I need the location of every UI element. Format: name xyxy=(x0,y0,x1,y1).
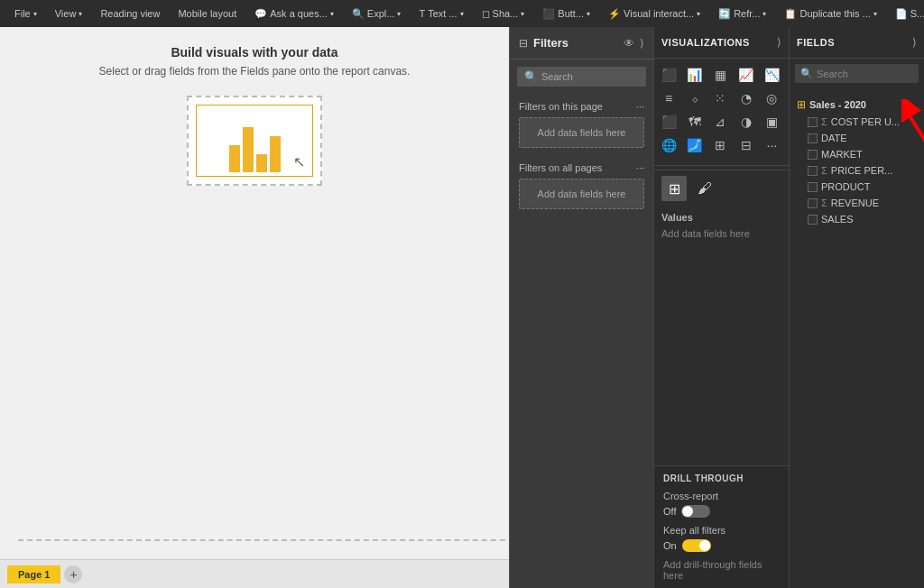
filters-search-box[interactable]: 🔍 xyxy=(517,67,646,87)
viz-100pct-bar-icon[interactable]: ▦ xyxy=(709,64,731,86)
field-item-market[interactable]: MARKET xyxy=(797,146,917,162)
keep-filters-thumb xyxy=(699,540,710,551)
menu-text[interactable]: T Text ... ▾ xyxy=(411,5,470,23)
filters-eye-icon[interactable]: 👁 xyxy=(624,37,634,50)
filter-icon: ⊟ xyxy=(519,37,528,50)
keep-filters-toggle[interactable] xyxy=(682,539,711,552)
filters-panel-actions: 👁 ⟩ xyxy=(624,37,644,50)
menu-ask-question[interactable]: 💬 Ask a ques... ▾ xyxy=(247,5,341,23)
field-checkbox-revenue[interactable] xyxy=(808,198,818,208)
filters-search-input[interactable] xyxy=(541,71,639,82)
bar-1 xyxy=(229,145,240,172)
viz-pie-icon[interactable]: ◔ xyxy=(735,87,757,109)
keep-filters-toggle-control: On xyxy=(663,539,780,552)
viz-gauge-icon[interactable]: ◑ xyxy=(735,111,757,133)
right-panels: ⊟ Filters 👁 ⟩ 🔍 Filters on this page ··· xyxy=(509,27,924,588)
menu-refresh[interactable]: 🔄 Refr... ▾ xyxy=(711,5,773,23)
canvas-illustration: ↖ xyxy=(187,96,322,186)
drillthrough-title: DRILL THROUGH xyxy=(663,473,780,483)
filters-on-all-drop-zone[interactable]: Add data fields here xyxy=(519,179,644,209)
viz-donut-icon[interactable]: ◎ xyxy=(761,87,782,109)
field-checkbox-date[interactable] xyxy=(808,133,818,143)
cross-report-thumb xyxy=(682,506,693,517)
filters-on-all-dots[interactable]: ··· xyxy=(636,162,644,173)
fields-group-sales-2020: ⊞ Sales - 2020 Σ COST PER U... DATE xyxy=(790,92,924,231)
filters-expand-icon[interactable]: ⟩ xyxy=(640,37,644,50)
menu-view[interactable]: View ▾ xyxy=(48,5,90,23)
viz-bar-chart-icon[interactable]: 📊 xyxy=(684,64,706,86)
viz-more-icon[interactable]: ··· xyxy=(761,134,782,156)
values-drop-zone[interactable]: Add data fields here xyxy=(661,228,781,239)
menu-shapes[interactable]: ◻ Sha... ▾ xyxy=(475,5,532,23)
file-chevron: ▾ xyxy=(33,10,37,18)
field-item-product[interactable]: PRODUCT xyxy=(797,179,917,195)
field-name-price-per: PRICE PER... xyxy=(831,165,892,176)
viz-line-chart-icon[interactable]: 📈 xyxy=(735,64,757,86)
fields-group-header[interactable]: ⊞ Sales - 2020 xyxy=(797,96,917,114)
field-checkbox-price-per[interactable] xyxy=(808,166,818,176)
field-item-sales[interactable]: SALES xyxy=(797,211,917,227)
field-name-product: PRODUCT xyxy=(821,181,870,192)
viz-table-icon[interactable]: ⊞ xyxy=(709,134,731,156)
viz-divider xyxy=(654,165,789,166)
drillthrough-drop-zone[interactable]: Add drill-through fields here xyxy=(663,559,780,581)
bar-2 xyxy=(243,127,254,172)
field-checkbox-product[interactable] xyxy=(808,182,818,192)
menu-mobile-layout[interactable]: Mobile layout xyxy=(171,5,244,23)
main-area: Build visuals with your data Select or d… xyxy=(0,27,924,588)
menu-duplicate[interactable]: 📋 Duplicate this ... ▾ xyxy=(777,5,883,23)
fields-search-box[interactable]: 🔍 xyxy=(795,64,919,83)
field-name-date: DATE xyxy=(821,133,847,143)
menu-s[interactable]: 📄 S... ▾ xyxy=(888,5,924,23)
viz-tab-format[interactable]: 🖌 xyxy=(692,176,717,201)
cross-report-toggle[interactable] xyxy=(681,505,710,518)
fields-search-input[interactable] xyxy=(817,69,913,79)
viz-globe-icon[interactable]: 🌐 xyxy=(658,134,679,156)
viz-matrix-icon[interactable]: ⊟ xyxy=(735,134,757,156)
view-chevron: ▾ xyxy=(79,10,82,18)
viz-stacked-bar-icon[interactable]: ⬛ xyxy=(658,64,679,86)
fields-expand-icon[interactable]: ⟩ xyxy=(912,36,917,49)
viz-filled-map-icon[interactable]: 🗾 xyxy=(684,134,706,156)
menu-visual-interact[interactable]: ⚡ Visual interact... ▾ xyxy=(601,5,707,23)
menu-reading-view[interactable]: Reading view xyxy=(93,5,167,23)
cross-report-label: Cross-report xyxy=(663,491,780,501)
viz-funnel-icon[interactable]: ⊿ xyxy=(709,111,731,133)
viz-waterfall-icon[interactable]: ⬦ xyxy=(684,87,706,109)
viz-map-icon[interactable]: 🗺 xyxy=(684,111,706,133)
menu-file[interactable]: File ▾ xyxy=(7,5,44,23)
fields-search-icon: 🔍 xyxy=(800,68,813,79)
keep-filters-state: On xyxy=(663,540,677,551)
field-item-revenue[interactable]: Σ REVENUE xyxy=(797,195,917,211)
filters-on-all-header: Filters on all pages ··· xyxy=(519,162,644,173)
viz-scatter-icon[interactable]: ⁙ xyxy=(709,87,731,109)
field-item-date[interactable]: DATE xyxy=(797,130,917,146)
viz-ribbon-icon[interactable]: ≡ xyxy=(658,87,679,109)
canvas-content: Build visuals with your data Select or d… xyxy=(0,27,509,559)
cross-report-toggle-control: Off xyxy=(663,505,780,518)
field-item-price-per[interactable]: Σ PRICE PER... xyxy=(797,162,917,179)
field-checkbox-cost-per-u[interactable] xyxy=(808,117,818,127)
page-1-tab[interactable]: Page 1 xyxy=(7,565,60,583)
page-tabs: Page 1 + xyxy=(0,559,509,588)
menu-explore[interactable]: 🔍 Expl... ▾ xyxy=(345,5,409,23)
menu-buttons[interactable]: ⬛ Butt... ▾ xyxy=(535,5,597,23)
filters-header: ⊟ Filters 👁 ⟩ xyxy=(510,27,653,60)
viz-card-icon[interactable]: ▣ xyxy=(761,111,782,133)
filters-on-page-drop-zone[interactable]: Add data fields here xyxy=(519,117,644,148)
canvas-area: Build visuals with your data Select or d… xyxy=(0,27,509,588)
field-sigma-price-per: Σ xyxy=(821,165,827,176)
field-checkbox-market[interactable] xyxy=(808,150,818,160)
viz-panel-header: VISUALIZATIONS ⟩ xyxy=(654,27,789,59)
fields-group-name: Sales - 2020 xyxy=(809,99,866,110)
viz-area-chart-icon[interactable]: 📉 xyxy=(761,64,782,86)
field-name-cost-per-u: COST PER U... xyxy=(831,116,900,127)
keep-filters-label: Keep all filters xyxy=(663,525,780,536)
field-item-cost-per-u[interactable]: Σ COST PER U... xyxy=(797,114,917,130)
field-checkbox-sales[interactable] xyxy=(808,215,818,225)
viz-tab-fields[interactable]: ⊞ xyxy=(661,176,687,201)
filters-on-page-dots[interactable]: ··· xyxy=(636,101,644,112)
viz-expand-icon[interactable]: ⟩ xyxy=(777,36,781,49)
add-page-button[interactable]: + xyxy=(64,565,82,583)
viz-treemap-icon[interactable]: ⬛ xyxy=(658,111,679,133)
